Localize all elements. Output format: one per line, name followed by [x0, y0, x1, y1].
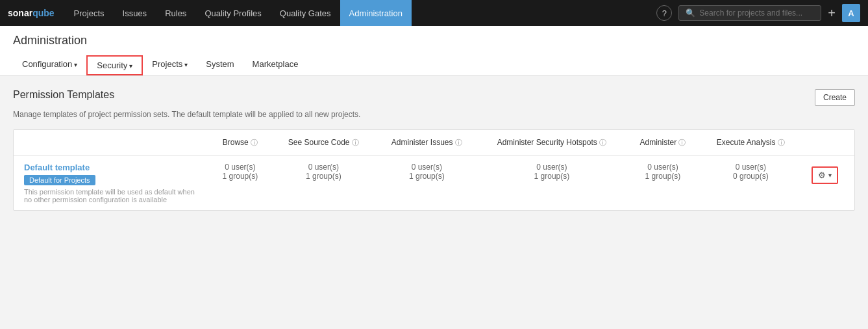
source-code-cell: 0 user(s) 1 group(s) [272, 156, 375, 211]
administer-users: 0 user(s) [636, 163, 690, 172]
sub-nav-system[interactable]: System [197, 54, 243, 75]
sub-nav-marketplace[interactable]: Marketplace [243, 54, 308, 75]
administer-issues-cell: 0 user(s) 1 group(s) [375, 156, 478, 211]
create-button[interactable]: Create [815, 89, 855, 106]
nav-right: ? 🔍 + A [656, 4, 860, 22]
administer-info-icon[interactable]: ⓘ [678, 138, 686, 146]
search-icon: 🔍 [686, 8, 695, 18]
administer-security-users: 0 user(s) [489, 163, 615, 172]
sub-nav: Configuration▾ Security▾ Projects▾ Syste… [13, 54, 855, 75]
administer-issues-users: 0 user(s) [386, 163, 468, 172]
section-header: Permission Templates Create [13, 89, 855, 106]
table-row: Default template Default for Projects Th… [14, 156, 854, 211]
col-browse-header: Browse ⓘ [208, 130, 272, 156]
administer-security-groups: 1 group(s) [489, 172, 615, 181]
logo[interactable]: sonarqube [8, 8, 55, 18]
browse-cell: 0 user(s) 1 group(s) [208, 156, 272, 211]
administer-issues-groups: 1 group(s) [386, 172, 468, 181]
col-source-header: See Source Code ⓘ [272, 130, 375, 156]
administer-issues-info-icon[interactable]: ⓘ [455, 138, 462, 146]
col-administer-issues-header: Administer Issues ⓘ [375, 130, 478, 156]
gear-icon: ⚙ [818, 170, 826, 180]
section-description: Manage templates of project permission s… [13, 110, 855, 119]
page-title: Administration [13, 34, 855, 47]
browse-info-icon[interactable]: ⓘ [251, 138, 258, 146]
avatar[interactable]: A [842, 4, 860, 22]
permission-templates-table: Browse ⓘ See Source Code ⓘ Administer Is… [13, 129, 855, 211]
template-name-cell: Default template Default for Projects Th… [14, 156, 208, 211]
help-button[interactable]: ? [656, 5, 672, 21]
nav-issues[interactable]: Issues [114, 0, 156, 26]
nav-projects[interactable]: Projects [65, 0, 114, 26]
browse-users: 0 user(s) [219, 163, 262, 172]
template-name-link[interactable]: Default template [24, 163, 90, 172]
administer-groups: 1 group(s) [636, 172, 690, 181]
execute-info-icon[interactable]: ⓘ [778, 138, 785, 146]
section-title: Permission Templates [13, 89, 114, 101]
sub-nav-configuration[interactable]: Configuration▾ [13, 54, 86, 75]
administer-cell: 0 user(s) 1 group(s) [625, 156, 701, 211]
add-button[interactable]: + [828, 7, 836, 20]
source-info-icon[interactable]: ⓘ [352, 138, 359, 146]
page-header: Administration Configuration▾ Security▾ … [0, 26, 868, 76]
perm-table: Browse ⓘ See Source Code ⓘ Administer Is… [14, 130, 854, 210]
browse-groups: 1 group(s) [219, 172, 262, 181]
administer-security-cell: 0 user(s) 1 group(s) [478, 156, 625, 211]
source-groups: 1 group(s) [282, 172, 365, 181]
caret-down-icon: ▾ [828, 172, 832, 179]
content: Permission Templates Create Manage templ… [0, 76, 868, 224]
search-box: 🔍 [678, 5, 821, 21]
source-users: 0 user(s) [282, 163, 365, 172]
execute-cell: 0 user(s) 0 group(s) [701, 156, 801, 211]
actions-button[interactable]: ⚙ ▾ [812, 166, 838, 184]
logo-text: sonarqube [8, 8, 55, 18]
sub-nav-security[interactable]: Security▾ [86, 55, 143, 75]
nav-rules[interactable]: Rules [156, 0, 195, 26]
default-badge: Default for Projects [24, 175, 95, 185]
nav-quality-profiles[interactable]: Quality Profiles [195, 0, 270, 26]
search-input[interactable] [699, 8, 814, 18]
col-execute-header: Execute Analysis ⓘ [701, 130, 801, 156]
execute-users: 0 user(s) [711, 163, 791, 172]
col-administer-security-header: Administer Security Hotspots ⓘ [478, 130, 625, 156]
col-name-header [14, 130, 208, 156]
col-actions-header [801, 130, 854, 156]
actions-cell: ⚙ ▾ [801, 156, 854, 211]
sub-nav-projects[interactable]: Projects▾ [143, 54, 197, 75]
nav-quality-gates[interactable]: Quality Gates [271, 0, 340, 26]
nav-administration[interactable]: Administration [340, 0, 412, 26]
col-administer-header: Administer ⓘ [625, 130, 701, 156]
administer-security-info-icon[interactable]: ⓘ [599, 138, 606, 146]
execute-groups: 0 group(s) [711, 172, 791, 181]
template-info-text: This permission template will be used as… [24, 188, 198, 204]
top-nav: sonarqube Projects Issues Rules Quality … [0, 0, 868, 26]
